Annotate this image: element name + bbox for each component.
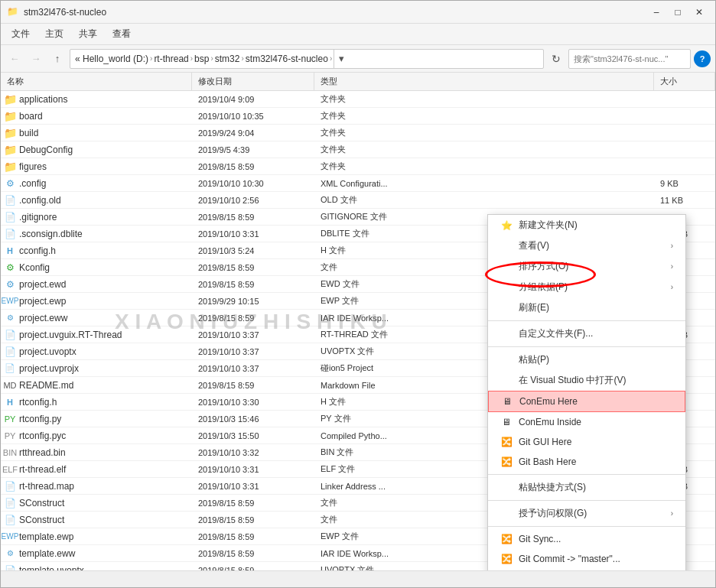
file-icon: 📁: [4, 93, 16, 106]
maximize-button[interactable]: □: [668, 5, 688, 20]
table-row[interactable]: 📁 applications 2019/10/4 9:09 文件夹: [1, 91, 715, 108]
breadcrumb-item-1[interactable]: « Hello_world (D:): [75, 54, 148, 64]
ctx-item-sort[interactable]: 排序方式(O)›: [488, 256, 685, 277]
up-button[interactable]: ↑: [48, 50, 67, 68]
col-date[interactable]: 修改日期: [192, 73, 314, 90]
help-button[interactable]: ?: [694, 50, 711, 67]
ctx-item-paste[interactable]: 粘贴(P): [488, 349, 685, 370]
refresh-button[interactable]: ↻: [547, 50, 565, 68]
ctx-item-open-vs[interactable]: 在 Visual Studio 中打开(V): [488, 370, 685, 391]
ctx-icon-generic: [500, 240, 513, 252]
file-date-cell: 2019/10/10 3:37: [192, 330, 314, 339]
file-name-label: project.ewp: [19, 296, 66, 307]
close-button[interactable]: ✕: [689, 5, 709, 20]
ctx-item-git-gui[interactable]: 🔀Git GUI Here: [488, 432, 685, 452]
file-date-cell: 2019/10/10 2:56: [192, 196, 314, 205]
col-size[interactable]: 大小: [654, 73, 715, 90]
file-icon: 📄: [4, 228, 16, 240]
file-date-cell: 2019/8/15 8:59: [192, 381, 314, 390]
file-date-cell: 2019/10/10 3:30: [192, 398, 314, 407]
back-button[interactable]: ←: [5, 50, 24, 68]
git-icon: 🔀: [500, 553, 513, 565]
minimize-button[interactable]: –: [646, 5, 666, 20]
file-name-cell: 📄 .config.old: [1, 194, 192, 206]
breadcrumb-item-3[interactable]: bsp: [194, 54, 209, 64]
file-name-cell: H cconfig.h: [1, 245, 192, 257]
file-name-cell: 📄 .gitignore: [1, 211, 192, 223]
ctx-icon-generic: [500, 354, 513, 366]
ctx-label: 粘贴快捷方式(S): [519, 481, 673, 494]
ctx-item-git-sync[interactable]: 🔀Git Sync...: [488, 529, 685, 549]
file-type-cell: 文件夹: [314, 93, 654, 105]
ctx-separator: [488, 474, 685, 475]
file-name-cell: PY rtconfig.py: [1, 413, 192, 425]
submenu-arrow: ›: [671, 242, 673, 250]
table-row[interactable]: 📁 figures 2019/8/15 8:59 文件夹: [1, 158, 715, 175]
file-name-label: project.ewd: [19, 279, 66, 290]
file-icon: PY: [4, 413, 16, 425]
table-row[interactable]: 📁 DebugConfig 2019/9/5 4:39 文件夹: [1, 141, 715, 158]
context-menu: ⭐新建文件夹(N)查看(V)›排序方式(O)›分组依据(P)›刷新(E)自定义文…: [487, 214, 686, 570]
ctx-item-git-commit[interactable]: 🔀Git Commit -> "master"...: [488, 549, 685, 569]
ctx-item-new-folder[interactable]: ⭐新建文件夹(N): [488, 215, 685, 236]
ctx-label: 自定义文件夹(F)...: [519, 327, 673, 340]
table-row[interactable]: 📄 .config.old 2019/10/10 2:56 OLD 文件 11 …: [1, 192, 715, 209]
file-date-cell: 2019/8/15 8:59: [192, 499, 314, 508]
file-date-cell: 2019/10/10 3:31: [192, 229, 314, 239]
file-name-label: .config.old: [19, 195, 61, 206]
ctx-item-grant-access[interactable]: 授予访问权限(G)›: [488, 503, 685, 524]
menu-home[interactable]: 主页: [37, 24, 71, 44]
col-type[interactable]: 类型: [314, 73, 654, 90]
file-icon: 📄: [4, 211, 16, 223]
file-date-cell: 2019/10/10 3:37: [192, 364, 314, 373]
ctx-icon-generic: [500, 281, 513, 294]
table-row[interactable]: 📁 build 2019/9/24 9:04 文件夹: [1, 125, 715, 141]
ctx-item-group[interactable]: 分组依据(P)›: [488, 277, 685, 297]
menu-file[interactable]: 文件: [4, 24, 37, 44]
ctx-icon-generic: [500, 302, 513, 314]
breadcrumb-item-4[interactable]: stm32: [215, 54, 240, 64]
file-name-cell: ⚙ template.eww: [1, 547, 192, 560]
file-name-label: rtconfig.h: [19, 397, 57, 408]
breadcrumb[interactable]: « Hello_world (D:) › rt-thread › bsp › s…: [70, 49, 544, 69]
file-name-label: .gitignore: [19, 212, 57, 223]
conemu-icon: 🖥: [500, 416, 513, 428]
window-title: stm32l476-st-nucleo: [24, 7, 646, 18]
submenu-arrow: ›: [671, 509, 673, 518]
ctx-item-git-bash[interactable]: 🔀Git Bash Here: [488, 452, 685, 472]
table-row[interactable]: 📁 board 2019/10/10 10:35 文件夹: [1, 108, 715, 125]
file-name-label: figures: [19, 161, 47, 172]
breadcrumb-item-5[interactable]: stm32l476-st-nucleo: [246, 54, 328, 64]
ctx-icon-generic: [500, 375, 513, 387]
file-name-label: .config: [19, 178, 46, 189]
file-name-cell: ⚙ Kconfig: [1, 262, 192, 274]
menu-share[interactable]: 共享: [71, 24, 105, 44]
search-input[interactable]: [568, 49, 691, 69]
ctx-item-paste-shortcut[interactable]: 粘贴快捷方式(S): [488, 477, 685, 498]
ctx-label: Git GUI Here: [519, 437, 673, 447]
file-name-label: board: [19, 111, 43, 122]
menu-view[interactable]: 查看: [105, 24, 138, 44]
breadcrumb-dropdown[interactable]: ▾: [334, 49, 349, 69]
ctx-label: 刷新(E): [519, 301, 673, 314]
git-icon: 🔀: [500, 456, 513, 468]
title-bar: 📁 stm32l476-st-nucleo – □ ✕: [1, 1, 715, 24]
ctx-label: Git Commit -> "master"...: [519, 554, 673, 564]
file-type-cell: 文件夹: [314, 110, 654, 122]
ctx-separator: [488, 526, 685, 527]
ctx-item-view[interactable]: 查看(V)›: [488, 236, 685, 256]
ctx-item-tortoisegit[interactable]: 🐢TortoiseGit›: [488, 569, 685, 570]
git-icon: 🔀: [500, 436, 513, 448]
ctx-item-refresh[interactable]: 刷新(E): [488, 297, 685, 318]
file-date-cell: 2019/9/24 9:04: [192, 128, 314, 138]
file-name-cell: 📁 build: [1, 127, 192, 139]
ctx-item-conemu[interactable]: 🖥ConEmu Here: [488, 391, 685, 412]
ctx-item-conemu-inside[interactable]: 🖥ConEmu Inside: [488, 412, 685, 432]
breadcrumb-item-2[interactable]: rt-thread: [154, 54, 188, 64]
col-name[interactable]: 名称: [1, 73, 192, 90]
file-name-label: SConstruct: [19, 498, 64, 508]
ctx-item-customize[interactable]: 自定义文件夹(F)...: [488, 323, 685, 344]
file-name-cell: 📄 project.uvoptx: [1, 346, 192, 358]
table-row[interactable]: ⚙ .config 2019/10/10 10:30 XML Configura…: [1, 175, 715, 192]
forward-button[interactable]: →: [27, 50, 45, 68]
